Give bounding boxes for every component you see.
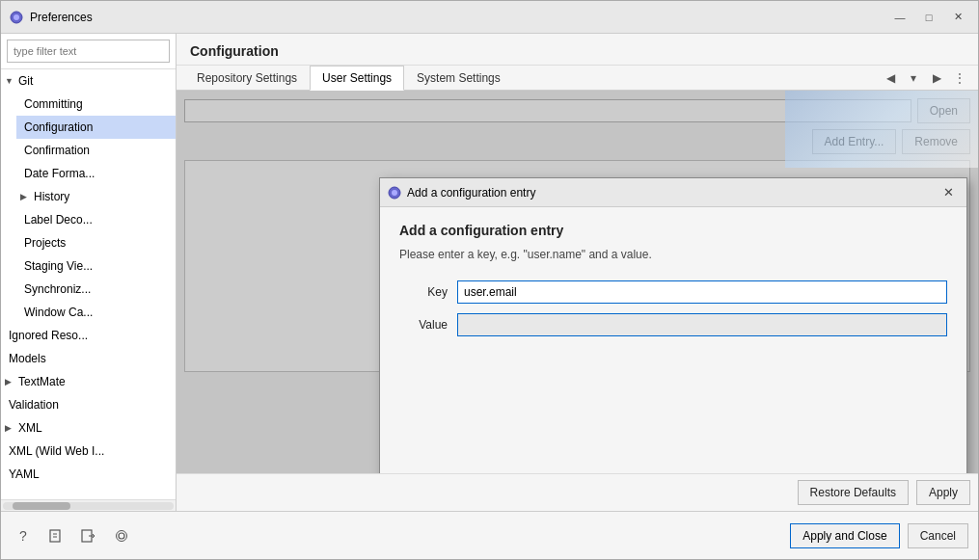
- value-input[interactable]: [457, 313, 947, 336]
- main-content: ▼ Git Committing Configuration Confirmat…: [1, 34, 978, 511]
- sidebar-item-synchronize[interactable]: Synchroniz...: [16, 278, 176, 301]
- help-button[interactable]: ?: [11, 523, 36, 548]
- svg-rect-4: [50, 530, 60, 542]
- close-window-button[interactable]: ✕: [945, 7, 970, 28]
- modal-body: Add a configuration entry Please enter a…: [380, 207, 966, 473]
- sidebar-item-date-format[interactable]: Date Forma...: [16, 162, 176, 185]
- git-label: Git: [18, 71, 33, 91]
- bottom-left-icons: ?: [11, 523, 134, 548]
- export-button[interactable]: [43, 523, 68, 548]
- sidebar-item-staging-view[interactable]: Staging Vie...: [16, 254, 176, 278]
- modal-heading: Add a configuration entry: [399, 223, 947, 238]
- tabs-bar: Repository Settings User Settings System…: [177, 66, 978, 91]
- modal-gradient: [785, 91, 978, 168]
- tab-back-button[interactable]: ◀: [880, 67, 901, 89]
- sidebar-item-confirmation[interactable]: Confirmation: [16, 139, 176, 162]
- sidebar-item-window-ca[interactable]: Window Ca...: [16, 301, 176, 324]
- modal-close-button[interactable]: ✕: [938, 183, 959, 202]
- panel-content: Open Add Entry... Remove: [177, 91, 978, 473]
- main-window: Preferences — □ ✕ ▼ Git Committing Confi…: [0, 0, 979, 560]
- key-input[interactable]: [457, 280, 947, 304]
- app-icon: [9, 10, 24, 25]
- modal-icon: [388, 186, 401, 200]
- sidebar-item-label-deco[interactable]: Label Deco...: [16, 208, 176, 231]
- history-label: History: [34, 187, 69, 206]
- sidebar-scrollbar[interactable]: [1, 499, 176, 511]
- cancel-button[interactable]: Cancel: [908, 523, 968, 548]
- panel-actions: Restore Defaults Apply: [177, 473, 978, 511]
- svg-point-9: [119, 533, 124, 539]
- sidebar-item-history[interactable]: ▶ History: [16, 185, 176, 208]
- window-controls: — □ ✕: [887, 7, 970, 28]
- filter-box: [1, 34, 176, 69]
- modal-title: Add a configuration entry: [407, 186, 938, 200]
- scrollbar-track: [3, 502, 174, 510]
- tab-system-settings[interactable]: System Settings: [404, 66, 513, 91]
- xml-arrow: ▶: [5, 418, 18, 438]
- right-panel: Configuration Repository Settings User S…: [177, 34, 978, 511]
- tab-repository-settings[interactable]: Repository Settings: [184, 66, 310, 91]
- key-label: Key: [399, 285, 448, 299]
- svg-point-3: [392, 190, 397, 196]
- tab-dropdown-button[interactable]: ▾: [903, 67, 924, 89]
- sidebar-item-ignored-reso[interactable]: Ignored Reso...: [1, 324, 176, 347]
- sidebar-item-git[interactable]: ▼ Git: [1, 69, 176, 93]
- tree-area: ▼ Git Committing Configuration Confirmat…: [1, 69, 176, 499]
- tab-user-settings[interactable]: User Settings: [310, 66, 404, 91]
- modal-form: Key Value: [399, 280, 947, 336]
- minimize-button[interactable]: —: [887, 7, 912, 28]
- key-row: Key: [399, 280, 947, 304]
- apply-and-close-button[interactable]: Apply and Close: [790, 523, 899, 548]
- import-button[interactable]: [76, 523, 101, 548]
- svg-point-1: [14, 14, 19, 20]
- xml-label: XML: [18, 418, 42, 438]
- sidebar: ▼ Git Committing Configuration Confirmat…: [1, 34, 177, 511]
- modal-description: Please enter a key, e.g. "user.name" and…: [399, 248, 947, 261]
- filter-input[interactable]: [7, 40, 170, 63]
- sidebar-item-validation[interactable]: Validation: [1, 393, 176, 416]
- window-title: Preferences: [30, 11, 887, 24]
- svg-point-10: [117, 530, 127, 541]
- value-row: Value: [399, 313, 947, 336]
- sidebar-item-yaml[interactable]: YAML: [1, 463, 176, 486]
- history-arrow: ▶: [20, 187, 34, 206]
- title-bar: Preferences — □ ✕: [1, 1, 978, 34]
- sidebar-item-configuration[interactable]: Configuration: [16, 116, 176, 139]
- sidebar-item-textmate[interactable]: ▶ TextMate: [1, 370, 176, 393]
- settings-button[interactable]: [109, 523, 134, 548]
- tab-forward-button[interactable]: ▶: [926, 67, 947, 89]
- scrollbar-thumb: [13, 502, 70, 510]
- value-label: Value: [399, 318, 448, 332]
- bottom-bar: ? Apply: [1, 511, 978, 559]
- panel-title: Configuration: [177, 34, 978, 66]
- sidebar-item-projects[interactable]: Projects: [16, 231, 176, 254]
- textmate-arrow: ▶: [5, 372, 18, 391]
- restore-defaults-button[interactable]: Restore Defaults: [798, 480, 909, 505]
- modal-titlebar: Add a configuration entry ✕: [380, 178, 966, 207]
- modal-overlay: Add a configuration entry ✕ Add a config…: [177, 91, 978, 473]
- sidebar-item-xml-wild[interactable]: XML (Wild Web I...: [1, 440, 176, 463]
- apply-button[interactable]: Apply: [916, 480, 970, 505]
- sidebar-item-models[interactable]: Models: [1, 347, 176, 370]
- git-children: Committing Configuration Confirmation Da…: [1, 93, 176, 324]
- sidebar-item-xml[interactable]: ▶ XML: [1, 416, 176, 440]
- git-arrow: ▼: [5, 71, 18, 91]
- add-config-modal: Add a configuration entry ✕ Add a config…: [379, 177, 967, 473]
- tab-nav-buttons: ◀ ▾ ▶ ⋮: [880, 66, 970, 90]
- tab-menu-button[interactable]: ⋮: [949, 67, 970, 89]
- maximize-button[interactable]: □: [916, 7, 941, 28]
- textmate-label: TextMate: [18, 372, 66, 391]
- sidebar-item-committing[interactable]: Committing: [16, 93, 176, 116]
